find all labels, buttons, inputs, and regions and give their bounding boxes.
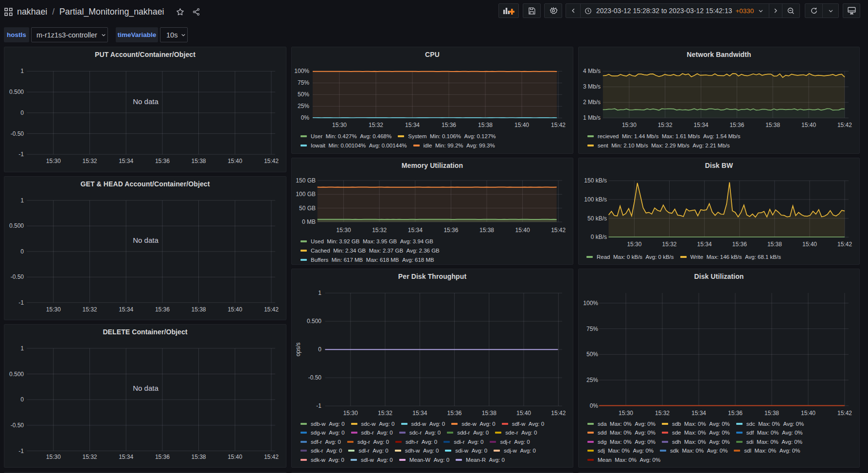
- svg-text:-0.50: -0.50: [11, 273, 24, 280]
- svg-text:15:30: 15:30: [332, 122, 347, 128]
- svg-text:100 GB: 100 GB: [296, 191, 316, 198]
- svg-text:15:38: 15:38: [764, 410, 779, 417]
- svg-text:75%: 75%: [298, 79, 309, 86]
- svg-text:15:34: 15:34: [694, 122, 709, 128]
- svg-text:15:34: 15:34: [691, 410, 706, 417]
- svg-text:100%: 100%: [294, 68, 309, 74]
- svg-text:15:40: 15:40: [801, 122, 816, 128]
- svg-text:15:40: 15:40: [802, 241, 817, 248]
- svg-text:4 Mb/s: 4 Mb/s: [583, 68, 601, 74]
- svg-text:15:38: 15:38: [765, 122, 780, 128]
- svg-text:100 kB/s: 100 kB/s: [584, 196, 607, 203]
- svg-text:-0.50: -0.50: [308, 374, 322, 381]
- svg-text:15:40: 15:40: [228, 306, 242, 313]
- svg-text:15:34: 15:34: [412, 410, 427, 417]
- svg-text:15:40: 15:40: [228, 454, 242, 460]
- svg-text:0: 0: [20, 396, 24, 403]
- svg-text:15:38: 15:38: [767, 241, 782, 248]
- svg-text:15:34: 15:34: [405, 122, 420, 128]
- svg-text:15:30: 15:30: [619, 410, 633, 417]
- svg-text:15:30: 15:30: [337, 227, 351, 234]
- svg-text:0.500: 0.500: [9, 371, 24, 378]
- svg-text:15:36: 15:36: [442, 122, 456, 128]
- svg-text:15:40: 15:40: [514, 122, 529, 128]
- svg-text:15:42: 15:42: [837, 410, 852, 417]
- svg-text:ops/s: ops/s: [295, 343, 301, 357]
- svg-text:15:32: 15:32: [82, 306, 97, 313]
- svg-text:15:38: 15:38: [191, 158, 206, 164]
- svg-text:15:42: 15:42: [264, 306, 279, 313]
- svg-text:25%: 25%: [298, 103, 309, 109]
- svg-text:150 kB/s: 150 kB/s: [584, 177, 607, 184]
- svg-text:15:36: 15:36: [732, 241, 747, 248]
- svg-text:15:30: 15:30: [627, 241, 641, 248]
- svg-text:15:30: 15:30: [46, 454, 61, 460]
- svg-text:50 GB: 50 GB: [299, 205, 316, 212]
- svg-text:15:42: 15:42: [264, 158, 279, 164]
- svg-text:1: 1: [20, 68, 24, 74]
- svg-text:15:34: 15:34: [119, 454, 133, 460]
- svg-text:15:40: 15:40: [801, 410, 815, 417]
- svg-text:15:32: 15:32: [378, 410, 392, 417]
- svg-text:15:40: 15:40: [515, 227, 530, 234]
- svg-text:15:38: 15:38: [482, 410, 496, 417]
- svg-text:15:42: 15:42: [551, 410, 566, 417]
- svg-text:100%: 100%: [583, 300, 598, 307]
- svg-text:0.500: 0.500: [9, 89, 24, 95]
- svg-text:15:40: 15:40: [516, 410, 531, 417]
- svg-text:-1: -1: [18, 448, 24, 455]
- svg-text:0: 0: [20, 248, 24, 255]
- svg-text:15:42: 15:42: [264, 454, 279, 460]
- svg-text:3 Mb/s: 3 Mb/s: [583, 83, 601, 90]
- svg-text:No data: No data: [133, 384, 159, 392]
- svg-text:15:30: 15:30: [622, 122, 637, 128]
- svg-text:1 Mb/s: 1 Mb/s: [583, 114, 601, 121]
- svg-text:0 kB/s: 0 kB/s: [591, 234, 607, 240]
- svg-text:15:34: 15:34: [697, 241, 712, 248]
- svg-text:15:36: 15:36: [447, 410, 461, 417]
- svg-text:0: 0: [20, 109, 24, 116]
- svg-text:15:36: 15:36: [155, 454, 170, 460]
- svg-text:15:38: 15:38: [191, 306, 206, 313]
- svg-text:150 GB: 150 GB: [296, 177, 316, 184]
- svg-text:-0.50: -0.50: [11, 130, 24, 137]
- svg-text:15:42: 15:42: [837, 122, 852, 128]
- svg-text:-0.50: -0.50: [11, 422, 24, 429]
- svg-text:15:34: 15:34: [119, 306, 133, 313]
- svg-text:15:30: 15:30: [343, 410, 358, 417]
- svg-text:15:38: 15:38: [478, 122, 493, 128]
- svg-text:No data: No data: [133, 236, 159, 244]
- svg-text:15:32: 15:32: [372, 227, 387, 234]
- svg-text:0: 0: [318, 346, 321, 353]
- svg-text:-1: -1: [18, 299, 24, 306]
- svg-text:1: 1: [318, 290, 321, 296]
- svg-text:15:36: 15:36: [155, 306, 170, 313]
- svg-text:-1: -1: [18, 151, 24, 158]
- svg-text:15:42: 15:42: [837, 241, 852, 248]
- svg-text:0.500: 0.500: [9, 222, 24, 229]
- svg-text:15:30: 15:30: [46, 158, 61, 164]
- svg-text:0 MB: 0 MB: [302, 218, 316, 225]
- svg-text:50%: 50%: [586, 351, 598, 358]
- svg-text:0.500: 0.500: [307, 318, 321, 325]
- svg-text:50 kB/s: 50 kB/s: [587, 215, 607, 222]
- svg-text:15:36: 15:36: [443, 227, 458, 234]
- svg-text:1: 1: [20, 197, 24, 204]
- svg-text:15:42: 15:42: [551, 227, 566, 234]
- svg-text:15:38: 15:38: [191, 454, 206, 460]
- svg-text:2 Mb/s: 2 Mb/s: [583, 99, 601, 106]
- svg-text:15:30: 15:30: [46, 306, 61, 313]
- svg-text:75%: 75%: [586, 326, 598, 332]
- svg-text:-1: -1: [316, 402, 321, 409]
- svg-text:0%: 0%: [590, 402, 599, 409]
- svg-text:15:32: 15:32: [369, 122, 383, 128]
- svg-text:15:32: 15:32: [82, 158, 97, 164]
- svg-text:15:38: 15:38: [479, 227, 494, 234]
- svg-text:15:34: 15:34: [408, 227, 423, 234]
- svg-text:15:36: 15:36: [729, 122, 744, 128]
- svg-text:No data: No data: [133, 97, 159, 106]
- svg-text:0%: 0%: [301, 114, 310, 121]
- svg-text:15:36: 15:36: [155, 158, 170, 164]
- svg-text:15:32: 15:32: [655, 410, 670, 417]
- svg-text:15:32: 15:32: [658, 122, 673, 128]
